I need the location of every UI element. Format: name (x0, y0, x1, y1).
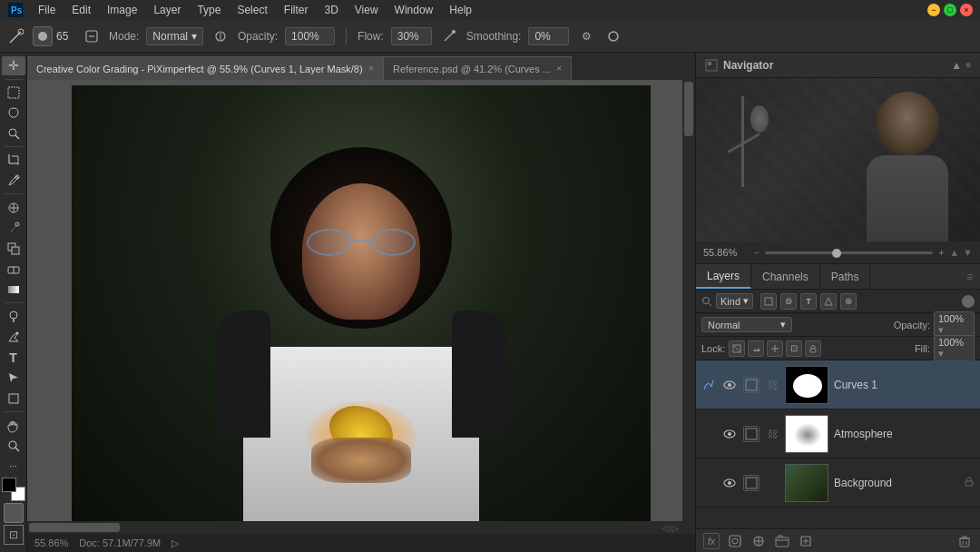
canvas-scrollbar-horizontal[interactable]: ◁ ▷ (27, 521, 682, 534)
airbrush-icon[interactable] (439, 26, 459, 46)
tab-channels[interactable]: Channels (751, 264, 820, 289)
menu-filter[interactable]: Filter (277, 2, 316, 18)
zoom-in-icon[interactable]: + (938, 248, 944, 258)
tab-reference-close[interactable]: × (556, 64, 562, 74)
layer-row-atmosphere[interactable]: ⛓ Atmosphere (696, 409, 980, 458)
maximize-button[interactable]: □ (944, 4, 956, 16)
zoom-slider[interactable] (765, 251, 934, 254)
tool-type[interactable]: T (2, 349, 25, 368)
tool-gradient[interactable] (2, 281, 25, 300)
tool-hand[interactable] (2, 416, 25, 435)
color-swatch-pair[interactable] (2, 478, 25, 501)
filter-toggle[interactable] (962, 295, 975, 308)
add-mask-button[interactable] (727, 533, 743, 549)
tab-reference[interactable]: Reference.psd @ 41.2% (Curves ... × (384, 56, 572, 80)
create-layer-button[interactable] (798, 533, 814, 549)
layers-panel-options[interactable]: ≡ (966, 271, 980, 283)
create-group-button[interactable] (774, 533, 790, 549)
lock-transparency-icon[interactable] (729, 340, 745, 357)
scroll-right-icon[interactable]: ▷ (671, 523, 679, 533)
add-adjustment-button[interactable] (750, 533, 767, 549)
tool-crop[interactable] (2, 151, 25, 170)
brush-preview[interactable] (33, 26, 53, 46)
pressure-icon[interactable] (211, 26, 230, 46)
foreground-color-swatch[interactable] (2, 478, 16, 492)
filter-adjustment-icon[interactable]: ⊚ (780, 293, 797, 310)
lock-image-icon[interactable] (748, 340, 764, 357)
tool-clone[interactable] (2, 240, 25, 259)
menu-image[interactable]: Image (100, 2, 144, 18)
menu-help[interactable]: Help (442, 2, 479, 18)
tab-main-close[interactable]: × (368, 64, 374, 74)
screen-mode-button[interactable]: ⊡ (4, 525, 24, 545)
tool-quick-select[interactable] (2, 124, 25, 143)
scroll-left-icon[interactable]: ◁ (662, 523, 670, 533)
tool-path-select[interactable] (2, 369, 25, 388)
tool-marquee[interactable] (2, 83, 25, 102)
menu-view[interactable]: View (348, 2, 386, 18)
minimize-button[interactable]: − (927, 4, 940, 16)
close-button[interactable]: × (960, 4, 973, 16)
filter-kind-dropdown[interactable]: Kind ▾ (716, 293, 753, 309)
atmosphere-visibility[interactable] (721, 426, 738, 442)
panel-collapse-arrows[interactable]: ▲ ▼ (949, 247, 973, 258)
fill-value-display[interactable]: 100% ▾ (934, 335, 975, 361)
filter-shape-icon[interactable] (820, 293, 837, 310)
layer-row-background[interactable]: ⛓ Background (696, 458, 980, 508)
background-visibility[interactable] (721, 475, 738, 491)
menu-select[interactable]: Select (230, 2, 274, 18)
mode-dropdown[interactable]: Normal ▾ (146, 27, 203, 45)
lock-position-icon[interactable] (767, 340, 783, 357)
menu-file[interactable]: File (31, 2, 63, 18)
tool-zoom[interactable] (2, 437, 25, 456)
canvas-viewport[interactable]: ◁ ▷ (27, 80, 695, 534)
tool-heal[interactable] (2, 198, 25, 217)
zoom-out-icon[interactable]: − (754, 248, 760, 258)
fx-button[interactable]: fx (703, 533, 720, 549)
opacity-input[interactable]: 100% (285, 27, 335, 45)
opacity-value-display[interactable]: 100% ▾ (934, 311, 975, 338)
tool-eyedropper[interactable] (2, 172, 25, 191)
curves1-visibility[interactable] (721, 377, 738, 393)
tab-layers[interactable]: Layers (696, 264, 751, 289)
tool-dodge[interactable] (2, 307, 25, 326)
lock-all-icon[interactable] (805, 340, 821, 357)
smoothing-input[interactable]: 0% (528, 27, 569, 45)
canvas-scrollbar-vertical[interactable] (682, 80, 695, 534)
brush-size-control[interactable]: 65 (33, 26, 74, 46)
navigator-collapse[interactable]: ▲ ≡ (951, 59, 971, 72)
menu-window[interactable]: Window (387, 2, 441, 18)
curves1-chain-icon[interactable]: ⛓ (765, 380, 779, 390)
tool-move[interactable]: ✛ (2, 56, 25, 75)
scroll-forward-icon[interactable]: ▷ (172, 537, 179, 549)
tool-brush[interactable] (2, 219, 25, 238)
atmosphere-chain-icon[interactable]: ⛓ (765, 429, 779, 439)
tool-more[interactable]: ··· (2, 458, 25, 477)
lock-artboard-icon[interactable]: ⊡ (786, 340, 802, 357)
brush-settings-icon[interactable] (82, 26, 102, 46)
tool-shape[interactable] (2, 389, 25, 409)
scrollbar-thumb-vertical[interactable] (684, 82, 693, 136)
filter-smart-icon[interactable]: ⊛ (840, 293, 857, 310)
menu-layer[interactable]: Layer (146, 2, 188, 18)
delete-layer-button[interactable] (956, 533, 973, 549)
quick-mask-button[interactable] (4, 503, 24, 523)
tab-paths[interactable]: Paths (820, 264, 871, 289)
filter-pixel-icon[interactable] (760, 293, 777, 310)
stroke-icon[interactable] (603, 26, 623, 46)
tool-pen[interactable] (2, 328, 25, 347)
tab-main-doc[interactable]: Creative Color Grading - PiXimperfect @ … (27, 56, 384, 80)
menu-3d[interactable]: 3D (317, 2, 345, 18)
panel-expand-icons[interactable] (705, 59, 718, 72)
flow-input[interactable]: 30% (391, 27, 432, 45)
tool-eraser[interactable] (2, 260, 25, 279)
settings-icon[interactable]: ⚙ (576, 26, 596, 46)
tool-lasso[interactable] (2, 104, 25, 123)
filter-type-icon[interactable]: T (800, 293, 817, 310)
menu-type[interactable]: Type (190, 2, 228, 18)
menu-edit[interactable]: Edit (64, 2, 98, 18)
blend-mode-dropdown[interactable]: Normal ▾ (701, 317, 792, 332)
scrollbar-thumb-horizontal[interactable] (29, 523, 120, 532)
layer-row-curves1[interactable]: ⛓ Curves 1 (696, 360, 980, 409)
zoom-slider-thumb[interactable] (832, 249, 841, 258)
